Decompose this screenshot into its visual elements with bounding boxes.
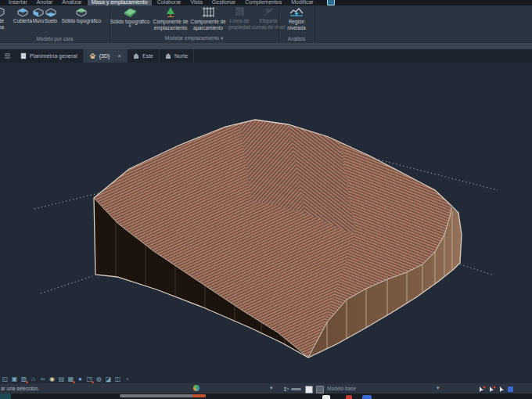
taskbar-app-icon[interactable] [346, 395, 352, 399]
componente-aparcamiento-button[interactable]: Componente de aparcamiento [190, 6, 226, 31]
temporary-hide-icon[interactable]: ● [77, 376, 84, 383]
ribbon-tab-analizar[interactable]: Analizar [58, 0, 85, 5]
view-tab-bar: Planimetría general {3D} × Este Norte [0, 49, 532, 63]
ribbon-tab-insertar[interactable]: Insertar [5, 0, 31, 5]
panel-modelo-por-cara: a de rtina Cubierta Muro [0, 5, 110, 43]
curtain-system-button-clipped[interactable]: a de rtina [0, 6, 9, 30]
toposolid-slab-icon [121, 6, 138, 18]
status-bar: ar una selección. ▾ Modelo base ▾ [0, 383, 532, 394]
select-links-icon [480, 386, 486, 392]
design-options-icon[interactable] [316, 386, 324, 394]
temporary-view-properties-icon[interactable]: ◍ [95, 376, 102, 383]
crop-view-icon[interactable]: ▤ [58, 376, 65, 383]
componente-emplazamiento-button[interactable]: Componente de emplazamiento [151, 6, 190, 31]
ribbon-tab-complementos[interactable]: Complementos [241, 0, 286, 5]
ribbon-tab-modificar[interactable]: Modificar [287, 0, 317, 5]
analytical-model-icon[interactable]: ◪ [105, 376, 112, 383]
view-control-bar: ◱ ▣ ▥ ⌂ ∞ ◉ ▤ ▦ ● ◳ ◍ ◪ ◫ ‹ [2, 375, 131, 383]
taskbar-app-icon[interactable] [362, 395, 372, 399]
ribbon: a de rtina Cubierta Muro [0, 5, 532, 43]
view-tab-planimetria-general[interactable]: Planimetría general [15, 49, 84, 63]
view-tab-norte[interactable]: Norte [160, 49, 194, 63]
toposolid-small-button[interactable]: Sólido topográfico [59, 6, 104, 23]
ribbon-tab-bar: Insertar Anotar Analizar Masa y emplazam… [0, 0, 532, 5]
taskbar-strip [0, 394, 532, 399]
toposolid-model[interactable] [0, 63, 532, 383]
elevation-icon [165, 52, 171, 59]
plan-sheet-icon [20, 52, 27, 59]
show-crop-icon[interactable]: ▦ [67, 376, 74, 383]
muro-button[interactable]: Muro [32, 6, 45, 23]
taskbar-app-icon[interactable] [322, 395, 330, 399]
detail-level-icon[interactable]: ▣ [11, 376, 18, 383]
view-tab-list-icon[interactable] [0, 49, 15, 63]
collapse-bar-icon[interactable]: ‹ [124, 376, 131, 383]
panel-label-modelar-emplazamiento[interactable]: Modelar emplazamiento ▾ [110, 35, 278, 41]
worksets-icon[interactable] [283, 386, 289, 392]
ribbon-tab-anotar[interactable]: Anotar [33, 0, 57, 5]
home-3d-icon [89, 52, 96, 59]
roof-cube-icon [16, 6, 29, 17]
reveal-hidden-icon[interactable]: ◳ [86, 376, 93, 383]
property-line-icon [234, 6, 245, 17]
linea-propiedad-button: Línea de propiedad [226, 6, 253, 30]
wall-cube-icon [32, 6, 45, 17]
chevron-down-icon[interactable]: ▾ [270, 385, 273, 391]
select-underlay-icon [490, 386, 496, 392]
suelo-button[interactable]: Suelo [44, 6, 58, 23]
cube-icon [0, 6, 5, 17]
ribbon-tab-vista[interactable]: Vista [186, 0, 206, 5]
view-tab-3d[interactable]: {3D} × [84, 49, 128, 63]
selection-toggle-icons[interactable] [479, 386, 513, 393]
visual-style-icon[interactable]: ▥ [20, 376, 27, 383]
dropdown-caret-icon[interactable]: ▾ [129, 24, 131, 27]
floor-cube-icon [45, 6, 57, 17]
toposolid-cube-icon [75, 6, 88, 17]
tree-icon [165, 6, 176, 18]
panel-analisis: Región nivelada Análisis [279, 5, 314, 43]
design-option-dropdown[interactable]: Modelo base [327, 386, 356, 391]
panel-label-modelo-por-cara: Modelo por cara [0, 36, 110, 41]
ribbon-tab-colaborar[interactable]: Colaborar [153, 0, 185, 5]
taskbar-pill-accent [192, 394, 206, 397]
parking-icon [202, 6, 214, 18]
panel-label-analisis: Análisis [279, 36, 314, 41]
displacement-icon[interactable]: ◫ [114, 376, 121, 383]
panel-modelar-emplazamiento: Sólido topográfico ▾ Componente de empla… [110, 5, 278, 43]
region-nivelada-button[interactable]: Región nivelada [281, 6, 312, 31]
active-workset-icon[interactable] [305, 386, 313, 394]
panel-expand-caret-icon[interactable]: ▾ [221, 35, 223, 41]
revit-window: Insertar Anotar Analizar Masa y emplazam… [0, 0, 532, 399]
ribbon-end-separator [315, 7, 315, 41]
addin-status-icon[interactable] [193, 385, 200, 391]
close-tab-icon[interactable]: × [117, 52, 121, 59]
view-tab-este[interactable]: Este [128, 49, 160, 63]
toposolid-button[interactable]: Sólido topográfico ▾ [112, 6, 148, 27]
drag-handle[interactable] [291, 388, 301, 390]
taskbar-accent [0, 394, 11, 399]
shadows-icon[interactable]: ∞ [39, 376, 46, 383]
scale-icon[interactable]: ◱ [2, 376, 9, 383]
modify-panel-icon [327, 0, 335, 5]
cubierta-button[interactable]: Cubierta [13, 6, 33, 23]
filter-icon [508, 386, 513, 392]
contour-tag-number: 50 [266, 8, 271, 13]
ribbon-bottom-band [0, 43, 532, 49]
3d-view-canvas[interactable] [0, 63, 532, 383]
sun-path-icon[interactable]: ⌂ [30, 376, 37, 383]
status-prompt: ar una selección. [1, 386, 39, 391]
elevation-icon [133, 52, 139, 59]
rendering-icon[interactable]: ◉ [49, 376, 56, 383]
ribbon-tab-masa-y-emplazamiento[interactable]: Masa y emplazamiento [88, 0, 152, 5]
contour-label-icon: 50 [262, 6, 275, 17]
graded-region-icon [289, 6, 304, 18]
design-option-caret-icon[interactable]: ▾ [437, 385, 440, 391]
select-pinned-icon [500, 386, 504, 392]
ribbon-tab-gestionar[interactable]: Gestionar [208, 0, 239, 5]
